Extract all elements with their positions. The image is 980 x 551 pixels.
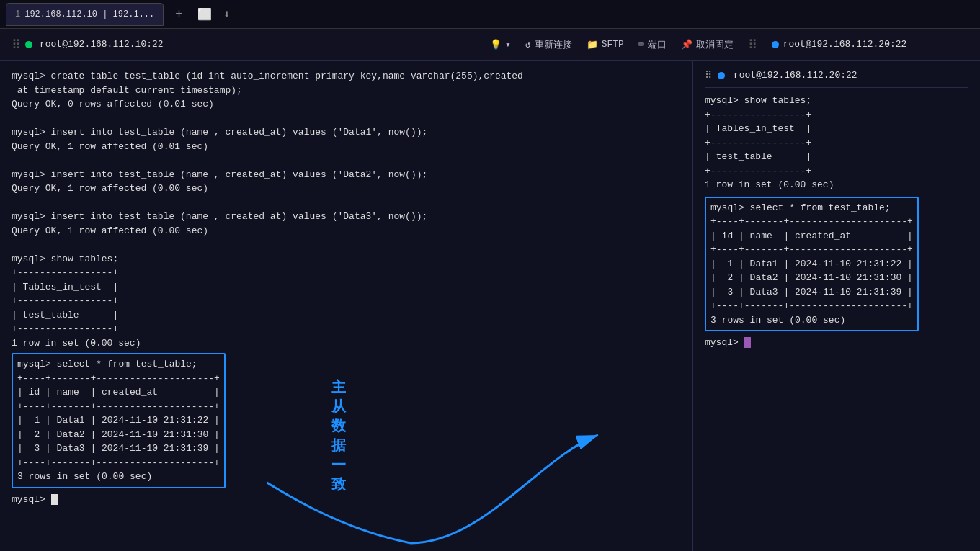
right-select-output-box: mysql> select * from test_table; +----+-… [705,197,919,332]
tab-title: 192.168.112.10 | 192.1... [24,9,154,19]
left-terminal-panel[interactable]: mysql> create table test_table (id int a… [0,61,692,551]
reconnect-label: 重新连接 [535,38,572,51]
toolbar-buttons: 💡 ▾ ↺ 重新连接 📁 SFTP ⌨ 端口 📌 取消固定 ⠿ root@192… [490,37,906,53]
left-terminal-output: mysql> create table test_table (id int a… [12,69,680,350]
right-grid-icon: ⠿ [705,69,712,81]
arrow-svg [267,399,627,551]
main-content: mysql> create table test_table (id int a… [0,61,980,551]
reconnect-icon: ↺ [525,39,531,50]
toolbar-separator-right: ⠿ [748,37,757,53]
right-terminal-panel[interactable]: ⠿ root@192.168.112.20:22 mysql> show tab… [692,61,980,551]
tab-1[interactable]: 1 192.168.112.10 | 192.1... [6,3,164,26]
unpin-label: 取消固定 [696,38,734,51]
arrow-label: 主从数据一致 [331,377,346,494]
toolbar-left: ⠿ root@192.168.112.10:22 [12,37,490,53]
lightbulb-icon: 💡 [490,39,502,50]
host-status-indicator-right [772,41,779,48]
tab-number: 1 [15,9,20,19]
reconnect-button[interactable]: ↺ 重新连接 [525,38,572,51]
port-icon: ⌨ [638,39,644,50]
right-panel-toolbar: ⠿ root@192.168.112.20:22 [705,69,968,88]
tab-icon-group: ⬜ ⬇ [197,7,231,22]
left-select-output-box: mysql> select * from test_table; +----+-… [12,353,226,488]
toolbar: ⠿ root@192.168.112.10:22 💡 ▾ ↺ 重新连接 📁 SF… [0,29,980,61]
download-icon: ⬇ [223,7,231,22]
add-tab-button[interactable]: + [169,6,189,22]
right-panel-host-label: root@192.168.112.20:22 [734,70,858,81]
port-label: 端口 [648,38,667,51]
right-terminal-output: mysql> show tables; +-----------------+ … [705,94,968,192]
toolbar-separator-left: ⠿ [12,37,21,53]
host-label-left: root@192.168.112.10:22 [40,39,164,50]
unpin-button[interactable]: 📌 取消固定 [681,38,734,51]
right-host-container: root@192.168.112.20:22 [772,39,907,50]
tab-bar: 1 192.168.112.10 | 192.1... + ⬜ ⬇ [0,0,980,29]
right-select-output: mysql> select * from test_table; +----+-… [710,201,913,328]
host-label-right: root@192.168.112.20:22 [783,39,907,50]
sftp-button[interactable]: 📁 SFTP [587,39,624,50]
pin-icon: 📌 [681,39,692,50]
host-status-indicator-left [25,41,32,48]
lightbulb-dropdown: ▾ [505,39,511,50]
right-host-dot [718,72,725,79]
sftp-label: SFTP [602,39,624,50]
left-prompt-after: mysql> [12,493,680,507]
lightbulb-button[interactable]: 💡 ▾ [490,39,511,50]
right-prompt-after: mysql> [705,336,968,350]
window-icon: ⬜ [197,7,212,22]
port-button[interactable]: ⌨ 端口 [638,38,667,51]
left-select-output: mysql> select * from test_table; +----+-… [17,357,220,484]
sftp-icon: 📁 [587,39,598,50]
